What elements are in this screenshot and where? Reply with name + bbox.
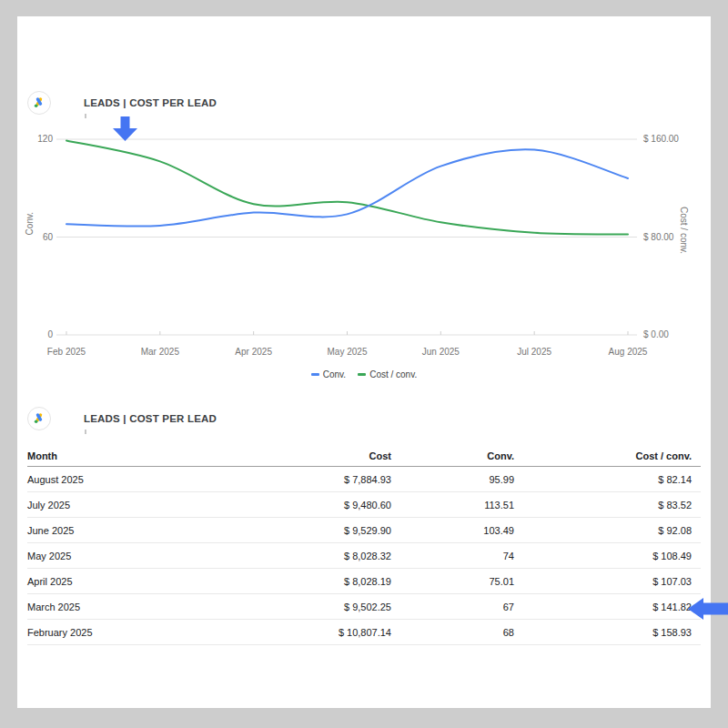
table-row: May 2025$ 8,028.3274$ 108.49 (27, 543, 701, 569)
table-row: March 2025$ 9,502.2567$ 141.82 (27, 594, 701, 620)
x-axis-label: Jun 2025 (422, 347, 460, 357)
google-ads-logo-glyph (33, 412, 46, 425)
x-axis-label: Feb 2025 (47, 347, 86, 357)
cost-per-conv-line (66, 140, 628, 234)
cell-conv: 95.99 (391, 474, 514, 485)
google-ads-logo-icon (27, 407, 51, 430)
table-row: February 2025$ 10,807.1468$ 158.93 (27, 620, 701, 645)
right-axis-tick-label: $ 80.00 (643, 232, 673, 243)
column-header: Cost (223, 450, 391, 461)
screenshot-root: { "chart_section": { "title": "LEADS | C… (0, 0, 728, 728)
cell-cost: $ 9,502.25 (223, 602, 391, 612)
x-axis-label: Jul 2025 (517, 347, 551, 357)
left-axis-tick-label: 0 (17, 329, 53, 340)
legend-item[interactable]: Cost / conv. (358, 369, 417, 379)
cell-month: March 2025 (27, 602, 223, 612)
cell-cost: $ 10,807.14 (223, 627, 391, 638)
legend-swatch-icon (311, 373, 319, 376)
left-arrow-annotation (688, 598, 728, 620)
cell-month: July 2025 (27, 500, 223, 511)
table-row: April 2025$ 8,028.1975.01$ 107.03 (27, 569, 701, 594)
cell-month: February 2025 (27, 627, 223, 638)
cell-cost: $ 9,480.60 (223, 500, 391, 511)
left-axis-tick-label: 120 (17, 134, 53, 145)
table-section-header: LEADS | COST PER LEAD (27, 407, 217, 430)
column-header: Conv. (391, 450, 514, 461)
cell-cost_per_conv: $ 158.93 (514, 627, 701, 638)
legend-label: Conv. (323, 369, 346, 379)
cell-conv: 67 (391, 602, 514, 612)
cell-cost: $ 7,884.93 (223, 474, 391, 485)
cell-month: June 2025 (27, 525, 223, 536)
gridlines (56, 139, 637, 335)
right-axis-title: Cost / conv. (679, 207, 689, 254)
left-axis-title: Conv. (25, 212, 35, 235)
x-axis-label: Apr 2025 (235, 347, 272, 357)
legend-item[interactable]: Conv. (311, 369, 346, 379)
table-row: July 2025$ 9,480.60113.51$ 83.52 (27, 492, 701, 518)
cell-month: April 2025 (27, 576, 223, 587)
table-title: LEADS | COST PER LEAD (84, 413, 217, 424)
down-arrow-icon (113, 116, 137, 141)
cell-month: May 2025 (27, 551, 223, 561)
x-axis-label: May 2025 (328, 347, 368, 357)
cell-conv: 74 (391, 551, 514, 561)
cell-cost_per_conv: $ 83.52 (514, 500, 701, 511)
table-row: August 2025$ 7,884.9395.99$ 82.14 (27, 467, 701, 492)
cell-cost: $ 9,529.90 (223, 525, 391, 536)
cell-cost: $ 8,028.19 (223, 576, 391, 587)
cell-cost: $ 8,028.32 (223, 551, 391, 561)
chart-legend: Conv.Cost / conv. (17, 369, 711, 380)
x-axis-ticks (66, 331, 628, 335)
cell-conv: 113.51 (391, 500, 514, 511)
column-header: Month (27, 450, 223, 461)
report-page: LEADS | COST PER LEAD 120 60 0 $ 160.00 … (17, 16, 711, 708)
x-axis-label: Mar 2025 (141, 347, 179, 357)
legend-swatch-icon (358, 373, 366, 376)
line-chart-canvas[interactable] (17, 16, 711, 399)
table-subtitle-mark (85, 430, 86, 434)
table-header-row: MonthCostConv.Cost / conv. (27, 446, 701, 467)
right-axis-tick-label: $ 160.00 (643, 134, 679, 145)
cell-conv: 103.49 (391, 525, 514, 536)
cell-cost_per_conv: $ 107.03 (514, 576, 701, 587)
cell-cost_per_conv: $ 92.08 (514, 525, 701, 536)
x-axis-label: Aug 2025 (609, 347, 648, 357)
cell-cost_per_conv: $ 108.49 (514, 551, 701, 561)
cell-cost_per_conv: $ 82.14 (514, 474, 701, 485)
cell-month: August 2025 (27, 474, 223, 485)
left-axis-tick-label: 60 (17, 232, 53, 243)
table-body: August 2025$ 7,884.9395.99$ 82.14July 20… (27, 467, 701, 645)
left-arrow-icon (688, 598, 728, 620)
cell-conv: 68 (391, 627, 514, 638)
right-axis-tick-label: $ 0.00 (643, 329, 669, 340)
cell-conv: 75.01 (391, 576, 514, 587)
data-table: MonthCostConv.Cost / conv. August 2025$ … (27, 446, 701, 645)
down-arrow-annotation (113, 116, 137, 141)
column-header: Cost / conv. (514, 450, 701, 461)
conv-line (66, 149, 628, 226)
cell-cost_per_conv: $ 141.82 (514, 602, 701, 612)
legend-label: Cost / conv. (369, 369, 417, 379)
table-row: June 2025$ 9,529.90103.49$ 92.08 (27, 518, 701, 543)
